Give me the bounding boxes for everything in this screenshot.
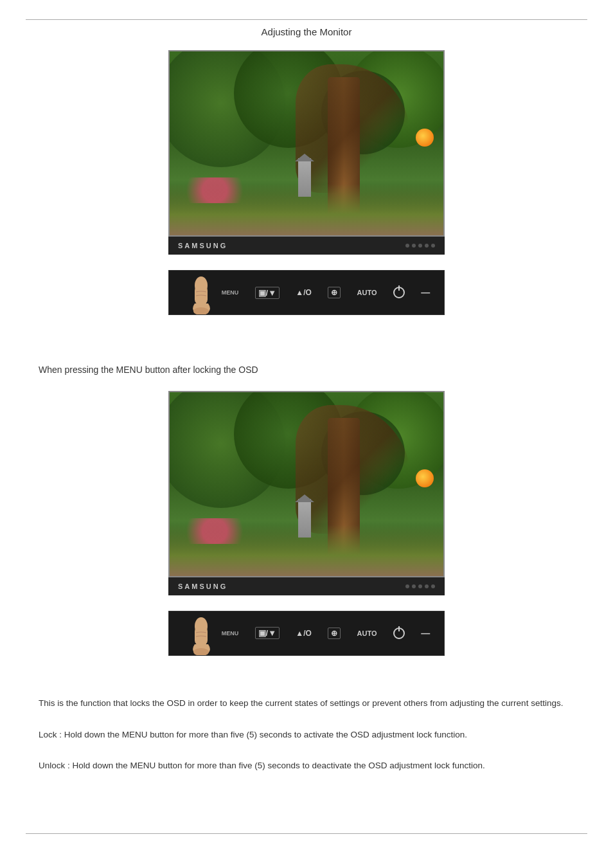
expand-icon-1: ⊕ <box>328 287 341 298</box>
expand-icon-2: ⊕ <box>328 628 341 639</box>
monitor-screen-2 <box>168 391 445 577</box>
dot <box>431 244 435 248</box>
menu-label-1: MENU <box>222 289 239 296</box>
nav-icon-1: ▣/▼ <box>255 287 280 299</box>
monitor-bottom-bar-1: SAMSUNG <box>168 237 445 255</box>
page-container: Adjusting the Monitor SAMSUNG <box>0 19 613 868</box>
monitor-group-2: SAMSUNG <box>0 391 613 595</box>
bottom-rule <box>26 833 587 834</box>
spacer <box>0 383 613 391</box>
dot <box>412 244 416 248</box>
pagoda <box>295 486 314 538</box>
expand-button-1[interactable]: ⊕ <box>328 287 341 298</box>
up-button-2[interactable]: ▲/O <box>296 629 312 638</box>
body-text-2: Lock : Hold down the MENU button for mor… <box>39 728 574 742</box>
auto-button-2[interactable]: AUTO <box>357 629 377 637</box>
auto-button-1[interactable]: AUTO <box>357 289 377 296</box>
power-icon-1 <box>398 285 400 291</box>
control-area-2: MENU ▣/▼ ▲/O ⊕ AUTO — <box>168 611 445 656</box>
spacer <box>0 746 613 754</box>
menu-button-2[interactable]: MENU <box>222 630 239 637</box>
menu-button-1[interactable]: MENU <box>222 289 239 296</box>
orange-ball <box>416 469 434 487</box>
page-title: Adjusting the Monitor <box>0 26 613 37</box>
finger-icon <box>184 273 219 314</box>
monitor-scene-1 <box>170 51 443 235</box>
power-button-2[interactable] <box>393 628 405 639</box>
monitor-bottom-bar-2: SAMSUNG <box>168 577 445 595</box>
minus-icon-2: — <box>421 628 430 638</box>
up-icon-1: ▲/O <box>296 288 312 297</box>
spacer <box>0 315 613 336</box>
power-icon-2 <box>398 626 400 631</box>
minus-button-1[interactable]: — <box>421 287 430 298</box>
dot <box>418 584 422 588</box>
spacer <box>0 799 613 814</box>
control-buttons-2: MENU ▣/▼ ▲/O ⊕ AUTO — <box>220 627 431 639</box>
finger-pointer-2 <box>182 610 220 655</box>
up-button-1[interactable]: ▲/O <box>296 288 312 297</box>
monitor-group-1: SAMSUNG <box>0 50 613 255</box>
flowers <box>176 177 253 203</box>
auto-label-1: AUTO <box>357 289 377 296</box>
monitor-dots-1 <box>405 244 435 248</box>
minus-button-2[interactable]: — <box>421 628 430 638</box>
samsung-logo-1: SAMSUNG <box>178 242 227 249</box>
nav-button-1[interactable]: ▣/▼ <box>255 287 280 299</box>
body-text-1: This is the function that locks the OSD … <box>39 697 574 710</box>
nav-icon-2: ▣/▼ <box>255 627 280 639</box>
control-area-1: MENU ▣/▼ ▲/O ⊕ AUTO — <box>168 270 445 315</box>
dot <box>431 584 435 588</box>
control-bar-1: MENU ▣/▼ ▲/O ⊕ AUTO — <box>168 270 445 315</box>
flowers <box>176 518 253 544</box>
dot <box>425 244 429 248</box>
minus-icon-1: — <box>421 287 430 298</box>
nav-button-2[interactable]: ▣/▼ <box>255 627 280 639</box>
spacer <box>0 656 613 676</box>
section-label: When pressing the MENU button after lock… <box>39 364 574 377</box>
spacer <box>0 676 613 692</box>
monitor-screen-1 <box>168 50 445 237</box>
dot <box>412 584 416 588</box>
menu-label-2: MENU <box>222 630 239 637</box>
body-text-3: Unlock : Hold down the MENU button for m… <box>39 759 574 773</box>
orange-ball <box>416 129 434 147</box>
spacer <box>0 255 613 270</box>
control-buttons-1: MENU ▣/▼ ▲/O ⊕ AUTO — <box>220 287 431 299</box>
spacer <box>0 778 613 799</box>
finger-icon-2 <box>184 613 219 655</box>
up-icon-2: ▲/O <box>296 629 312 638</box>
dot <box>405 584 409 588</box>
spacer <box>0 336 613 351</box>
finger-pointer-1 <box>182 269 220 314</box>
samsung-logo-2: SAMSUNG <box>178 583 227 590</box>
control-bar-2: MENU ▣/▼ ▲/O ⊕ AUTO — <box>168 611 445 656</box>
dot <box>425 584 429 588</box>
monitor-scene-2 <box>170 392 443 576</box>
auto-label-2: AUTO <box>357 629 377 637</box>
expand-button-2[interactable]: ⊕ <box>328 628 341 639</box>
spacer <box>0 595 613 611</box>
power-button-1[interactable] <box>393 287 405 298</box>
dot <box>418 244 422 248</box>
dot <box>405 244 409 248</box>
top-rule <box>26 19 587 20</box>
monitor-dots-2 <box>405 584 435 588</box>
spacer <box>0 716 613 723</box>
pagoda <box>295 145 314 197</box>
